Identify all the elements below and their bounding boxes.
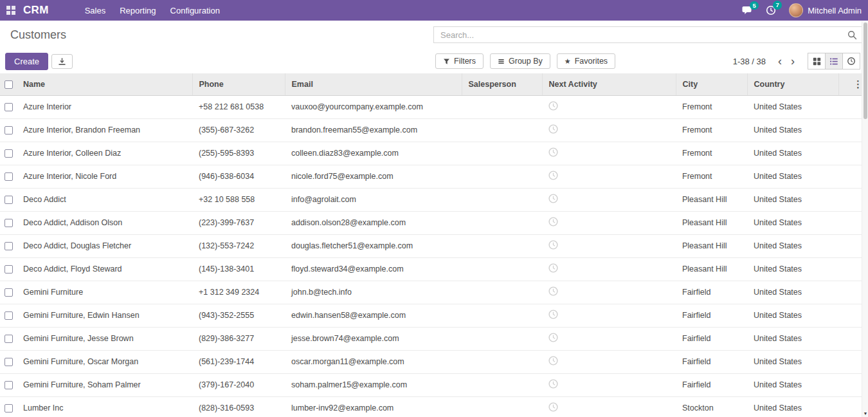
next-activity-clock-icon[interactable]: [548, 333, 558, 342]
table-row[interactable]: Azure Interior, Colleen Diaz (255)-595-8…: [0, 142, 868, 165]
row-checkbox[interactable]: [5, 219, 13, 227]
list-view-icon[interactable]: [825, 53, 843, 70]
next-activity-clock-icon[interactable]: [548, 379, 558, 389]
navbar-right: 5 7 Mitchell Admin: [742, 3, 862, 17]
cell-city: Fairfield: [676, 350, 747, 373]
cell-city: Stockton: [676, 396, 747, 417]
menu-sales[interactable]: Sales: [85, 6, 106, 15]
table-row[interactable]: Deco Addict, Floyd Steward (145)-138-340…: [0, 257, 868, 281]
next-activity-clock-icon[interactable]: [548, 263, 558, 273]
app-title[interactable]: CRM: [23, 4, 49, 17]
next-activity-clock-icon[interactable]: [548, 217, 558, 227]
table-row[interactable]: Lumber Inc (828)-316-0593 lumber-inv92@e…: [0, 396, 868, 417]
next-activity-clock-icon[interactable]: [548, 171, 558, 180]
cell-country: United States: [747, 165, 838, 188]
next-activity-clock-icon[interactable]: [548, 101, 558, 111]
cell-next-activity: [542, 373, 676, 396]
column-header-email[interactable]: Email: [285, 73, 462, 95]
user-menu[interactable]: Mitchell Admin: [789, 3, 862, 17]
row-checkbox[interactable]: [5, 335, 13, 343]
filters-button[interactable]: Filters: [435, 53, 484, 69]
row-checkbox[interactable]: [5, 172, 13, 181]
cell-city: Fairfield: [676, 373, 747, 396]
next-activity-clock-icon[interactable]: [548, 240, 558, 250]
column-header-country[interactable]: Country: [747, 73, 838, 95]
next-activity-clock-icon[interactable]: [548, 356, 558, 366]
cell-phone: +58 212 681 0538: [192, 95, 285, 118]
group-by-button[interactable]: Group By: [490, 53, 550, 69]
table-row[interactable]: Gemini Furniture, Jesse Brown (829)-386-…: [0, 327, 868, 350]
next-activity-clock-icon[interactable]: [548, 286, 558, 296]
column-header-salesperson[interactable]: Salesperson: [462, 73, 542, 95]
cell-name: Gemini Furniture: [17, 281, 192, 304]
export-icon[interactable]: [51, 54, 73, 69]
pager-next-icon[interactable]: ›: [786, 55, 799, 67]
table-row[interactable]: Azure Interior, Nicole Ford (946)-638-60…: [0, 165, 868, 188]
next-activity-clock-icon[interactable]: [548, 310, 558, 319]
next-activity-clock-icon[interactable]: [548, 147, 558, 157]
table-row[interactable]: Gemini Furniture +1 312 349 2324 john.b@…: [0, 281, 868, 304]
menu-reporting[interactable]: Reporting: [120, 6, 156, 15]
next-activity-clock-icon[interactable]: [548, 124, 558, 134]
row-checkbox[interactable]: [5, 358, 13, 366]
row-checkbox[interactable]: [5, 288, 13, 297]
activity-view-icon[interactable]: [842, 53, 860, 70]
messages-menu-icon[interactable]: 5: [742, 6, 753, 15]
row-checkbox[interactable]: [5, 196, 13, 204]
search-icon[interactable]: [847, 30, 857, 40]
cell-phone: (132)-553-7242: [192, 234, 285, 257]
favorites-label: Favorites: [575, 57, 608, 66]
next-activity-clock-icon[interactable]: [548, 402, 558, 412]
row-checkbox[interactable]: [5, 126, 13, 134]
activities-menu-icon[interactable]: 7: [766, 5, 776, 15]
column-header-phone[interactable]: Phone: [192, 73, 285, 95]
table-row[interactable]: Azure Interior +58 212 681 0538 vauxoo@y…: [0, 95, 868, 118]
pager-area: 1-38 / 38 ‹ ›: [733, 53, 860, 70]
cell-country: United States: [747, 396, 838, 417]
search-input[interactable]: [439, 30, 847, 41]
table-row[interactable]: Gemini Furniture, Oscar Morgan (561)-239…: [0, 350, 868, 373]
row-checkbox[interactable]: [5, 265, 13, 273]
row-checkbox[interactable]: [5, 103, 13, 111]
kanban-view-icon[interactable]: [808, 53, 826, 70]
cell-salesperson: [462, 304, 542, 327]
cell-email: lumber-inv92@example.com: [285, 396, 462, 417]
pager-previous-icon[interactable]: ‹: [773, 55, 786, 67]
table-row[interactable]: Azure Interior, Brandon Freeman (355)-68…: [0, 118, 868, 142]
row-checkbox[interactable]: [5, 311, 13, 320]
favorites-button[interactable]: ★ Favorites: [557, 53, 615, 69]
cell-city: Fremont: [676, 118, 747, 142]
create-button[interactable]: Create: [5, 53, 48, 70]
table-row[interactable]: Gemini Furniture, Edwin Hansen (943)-352…: [0, 304, 868, 327]
cell-next-activity: [542, 211, 676, 234]
row-checkbox[interactable]: [5, 381, 13, 389]
table-row[interactable]: Gemini Furniture, Soham Palmer (379)-167…: [0, 373, 868, 396]
row-checkbox-cell: [0, 234, 17, 257]
cell-city: Fairfield: [676, 281, 747, 304]
next-activity-clock-icon[interactable]: [548, 194, 558, 203]
table-row[interactable]: Deco Addict, Douglas Fletcher (132)-553-…: [0, 234, 868, 257]
cell-country: United States: [747, 304, 838, 327]
row-checkbox-cell: [0, 211, 17, 234]
cell-phone: (255)-595-8393: [192, 142, 285, 165]
column-header-name[interactable]: Name: [17, 73, 192, 95]
scrollbar-thumb[interactable]: [863, 23, 867, 119]
cell-salesperson: [462, 327, 542, 350]
table-row[interactable]: Deco Addict, Addison Olson (223)-399-763…: [0, 211, 868, 234]
cell-country: United States: [747, 350, 838, 373]
scrollbar-down-icon[interactable]: ▼: [862, 411, 868, 416]
column-header-next-activity[interactable]: Next Activity: [542, 73, 676, 95]
row-checkbox[interactable]: [5, 242, 13, 250]
column-header-city[interactable]: City: [676, 73, 747, 95]
cell-email: edwin.hansen58@example.com: [285, 304, 462, 327]
cell-city: Pleasant Hill: [676, 188, 747, 211]
table-row[interactable]: Deco Addict +32 10 588 558 info@agrolait…: [0, 188, 868, 211]
apps-menu-icon[interactable]: [6, 6, 15, 15]
cell-country: United States: [747, 373, 838, 396]
row-checkbox[interactable]: [5, 149, 13, 158]
cell-phone: (145)-138-3401: [192, 257, 285, 281]
cell-city: Fremont: [676, 142, 747, 165]
menu-configuration[interactable]: Configuration: [170, 6, 220, 15]
row-checkbox[interactable]: [5, 404, 13, 412]
select-all-checkbox[interactable]: [5, 80, 13, 89]
